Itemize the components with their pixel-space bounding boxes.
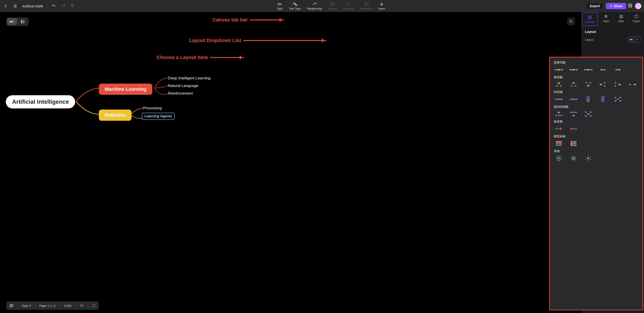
back-icon[interactable] <box>3 3 9 9</box>
layout-option[interactable] <box>554 111 564 118</box>
user-avatar[interactable] <box>635 3 641 9</box>
annotation-text: Canvas tab bar <box>212 17 248 23</box>
svg-rect-78 <box>556 143 558 144</box>
status-page[interactable]: Page–1 1 / 1 <box>39 304 56 308</box>
svg-rect-77 <box>556 141 562 143</box>
annotation-text: Layout Dropdown List <box>189 38 241 43</box>
format-painter-icon[interactable] <box>70 3 76 9</box>
layout-option[interactable] <box>613 96 623 102</box>
svg-line-73 <box>574 127 575 129</box>
svg-rect-41 <box>629 84 631 85</box>
layout-option[interactable] <box>584 66 593 73</box>
layout-option[interactable] <box>569 81 578 88</box>
layout-option[interactable] <box>569 140 578 147</box>
svg-rect-29 <box>572 82 575 84</box>
layout-option[interactable] <box>584 155 593 162</box>
layout-preview-icon <box>630 38 634 41</box>
canvas-area[interactable]: Artificial Intelligence Machine Learning… <box>0 12 644 313</box>
layout-option[interactable] <box>584 96 593 102</box>
status-topic[interactable]: Topic 8 <box>22 304 31 308</box>
export-button[interactable]: Export <box>586 3 604 10</box>
search-button[interactable] <box>567 18 575 26</box>
layout-option[interactable] <box>569 126 578 132</box>
view-outline-icon[interactable] <box>18 18 28 25</box>
status-zoom[interactable]: 110% <box>64 304 71 308</box>
node-root[interactable]: Artificial Intelligence <box>6 95 75 108</box>
fullscreen-icon[interactable] <box>92 304 96 308</box>
layout-option[interactable] <box>569 96 578 102</box>
tab-label: Canvas <box>586 20 594 24</box>
svg-rect-39 <box>614 86 616 86</box>
insert-tool[interactable]: Insert <box>378 2 385 10</box>
relationship-tool[interactable]: Relationship <box>307 2 322 10</box>
leaf-learning-agents-selected[interactable]: Learning Agents <box>142 113 175 120</box>
tab-mark[interactable]: Mark <box>614 12 629 26</box>
layout-option[interactable] <box>554 96 564 102</box>
layout-option[interactable] <box>554 81 564 88</box>
undo-icon[interactable] <box>51 3 57 9</box>
layout-option[interactable] <box>554 126 564 132</box>
annotation-layout-dropdown: Layout Dropdown List <box>189 38 326 43</box>
svg-rect-27 <box>556 86 558 86</box>
layout-option[interactable] <box>613 66 623 73</box>
layout-option[interactable] <box>584 111 593 118</box>
view-mindmap-icon[interactable] <box>7 18 17 25</box>
svg-rect-61 <box>575 112 577 113</box>
svg-rect-57 <box>560 115 562 116</box>
layout-option[interactable] <box>554 155 564 162</box>
tab-label: Style <box>603 20 609 23</box>
svg-rect-54 <box>558 112 560 113</box>
svg-point-25 <box>622 16 622 16</box>
annotation-canvas-tab: Canvas tab bar <box>212 17 284 23</box>
tab-canvas[interactable]: Canvas <box>582 12 598 26</box>
svg-rect-80 <box>556 145 558 146</box>
node-machine-learning[interactable]: Machine Learning <box>99 84 152 95</box>
svg-line-74 <box>574 129 575 130</box>
document-title[interactable]: Artificial Intelli <box>22 4 43 8</box>
theme-icon[interactable] <box>80 304 84 308</box>
layout-option[interactable] <box>598 66 608 73</box>
layout-dropdown[interactable] <box>628 37 640 42</box>
redo-icon[interactable] <box>60 3 66 9</box>
svg-line-12 <box>12 22 14 23</box>
layout-option[interactable] <box>613 81 623 88</box>
share-button[interactable]: Share <box>606 3 626 9</box>
arrow-icon <box>210 57 244 58</box>
layout-option[interactable] <box>569 111 578 118</box>
layout-option[interactable] <box>628 81 638 88</box>
svg-rect-48 <box>601 100 604 102</box>
callout-tool: Callout <box>328 2 336 10</box>
svg-rect-33 <box>586 82 587 84</box>
svg-rect-58 <box>572 115 575 116</box>
tab-clipart[interactable]: Clipart <box>629 12 644 26</box>
layout-option[interactable] <box>569 66 578 73</box>
layout-option[interactable] <box>598 81 608 88</box>
leaf-reinforcement[interactable]: Reinforcement <box>168 91 193 96</box>
layout-option[interactable] <box>554 140 564 147</box>
map-icon[interactable] <box>10 304 14 308</box>
svg-point-96 <box>588 160 589 161</box>
apps-grid-icon[interactable] <box>628 4 633 8</box>
svg-rect-52 <box>614 100 616 102</box>
layout-option[interactable] <box>598 96 608 102</box>
svg-rect-60 <box>573 112 574 113</box>
topic-tool[interactable]: Topic <box>276 2 283 10</box>
tab-style[interactable]: Style <box>598 12 614 26</box>
svg-rect-35 <box>600 84 602 85</box>
subtopic-tool[interactable]: Sub Topic <box>289 2 301 10</box>
menu-icon[interactable] <box>12 3 18 9</box>
layout-option[interactable] <box>584 81 593 88</box>
layout-option[interactable] <box>554 66 564 73</box>
svg-rect-66 <box>590 115 592 116</box>
leaf-deep-learning[interactable]: Deep Intelligent Learning <box>168 76 210 80</box>
leaf-natural-language[interactable]: Natural Language <box>168 84 198 88</box>
svg-line-69 <box>556 129 557 130</box>
svg-point-23 <box>620 15 622 18</box>
leaf-processing[interactable]: Processing <box>143 106 162 110</box>
svg-rect-62 <box>587 113 590 115</box>
svg-rect-44 <box>586 98 590 100</box>
topbar-center: Topic Sub Topic Relationship Callout Bou… <box>77 2 585 10</box>
layout-option[interactable] <box>569 155 578 162</box>
svg-rect-63 <box>585 112 587 113</box>
node-robotics[interactable]: Robotics <box>99 110 132 121</box>
